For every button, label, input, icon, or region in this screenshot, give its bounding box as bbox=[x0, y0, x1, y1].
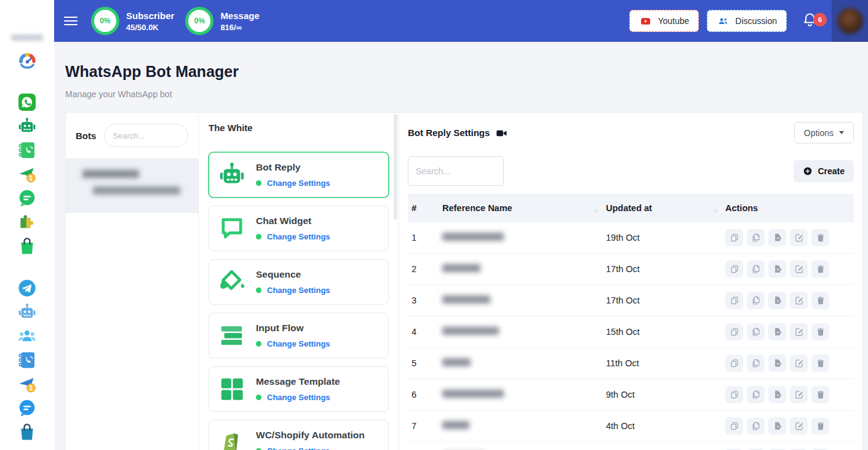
delete-icon bbox=[816, 327, 826, 337]
copy-icon bbox=[730, 358, 739, 368]
edit-button[interactable] bbox=[790, 260, 808, 278]
sidebar-item-whatsapp-integrations[interactable] bbox=[17, 212, 37, 232]
duplicate-button[interactable] bbox=[747, 229, 765, 246]
export-button[interactable] bbox=[768, 386, 786, 403]
edit-button[interactable] bbox=[790, 386, 808, 403]
sidebar-item-telegram[interactable] bbox=[17, 278, 37, 298]
reply-search-input[interactable] bbox=[408, 156, 504, 186]
chat-icon bbox=[17, 398, 37, 418]
setting-card-message-template[interactable]: Message Template Change Settings bbox=[209, 366, 389, 412]
duplicate-button[interactable] bbox=[747, 260, 765, 278]
copy-button[interactable] bbox=[725, 229, 743, 246]
panel-scrollbar[interactable] bbox=[394, 114, 397, 220]
duplicate-button[interactable] bbox=[747, 292, 765, 309]
sidebar-item-telegram-chat[interactable] bbox=[17, 398, 37, 418]
bot-phone-redacted bbox=[93, 187, 180, 195]
setting-card-bot-reply[interactable]: Bot Reply Change Settings bbox=[209, 152, 389, 198]
copy-button[interactable] bbox=[725, 292, 743, 309]
copy-button[interactable] bbox=[725, 323, 743, 340]
bot-settings-panel: The White Bot Reply Change Settings Chat… bbox=[199, 113, 399, 450]
bot-name-redacted bbox=[82, 170, 139, 178]
sidebar-item-telegram-bot[interactable] bbox=[17, 302, 37, 322]
row-actions bbox=[725, 323, 854, 340]
bots-search-input[interactable] bbox=[104, 124, 188, 147]
copy-button[interactable] bbox=[725, 417, 743, 435]
duplicate-button[interactable] bbox=[747, 323, 765, 340]
subscriber-progress-ring: 0% bbox=[91, 7, 119, 35]
copy-button[interactable] bbox=[725, 260, 743, 278]
copy-button[interactable] bbox=[725, 386, 743, 403]
edit-button[interactable] bbox=[790, 292, 808, 309]
export-button[interactable] bbox=[768, 417, 786, 435]
setting-card-chat-widget[interactable]: Chat Widget Change Settings bbox=[209, 206, 389, 251]
sidebar-item-telegram-broadcast[interactable] bbox=[17, 374, 37, 394]
change-settings-link[interactable]: Change Settings bbox=[267, 339, 330, 348]
subscriber-stat: 0% Subscriber 45/50.0K bbox=[91, 7, 174, 35]
hamburger-menu-icon[interactable] bbox=[64, 14, 78, 28]
table-row: 3 17th Oct bbox=[408, 285, 854, 316]
bag-icon bbox=[17, 422, 37, 442]
create-button[interactable]: Create bbox=[794, 160, 854, 182]
sidebar-item-telegram-contacts[interactable] bbox=[17, 350, 37, 370]
row-actions bbox=[725, 260, 854, 278]
duplicate-button[interactable] bbox=[747, 386, 765, 403]
video-tutorial-icon[interactable] bbox=[496, 127, 508, 139]
delete-button[interactable] bbox=[811, 355, 829, 372]
export-icon bbox=[773, 390, 782, 400]
delete-button[interactable] bbox=[811, 417, 829, 435]
export-button[interactable] bbox=[768, 260, 786, 278]
updated-at: 19th Oct bbox=[606, 233, 725, 243]
delete-button[interactable] bbox=[811, 260, 829, 278]
edit-button[interactable] bbox=[790, 355, 808, 372]
duplicate-button[interactable] bbox=[747, 417, 765, 435]
sidebar-item-whatsapp-store[interactable] bbox=[17, 236, 37, 256]
row-number: 3 bbox=[412, 295, 442, 305]
notification-bell-icon[interactable]: 6 bbox=[802, 12, 818, 30]
sort-icon[interactable]: ↑↓ bbox=[594, 207, 597, 214]
change-settings-link[interactable]: Change Settings bbox=[267, 286, 330, 295]
options-button[interactable]: Options bbox=[794, 122, 854, 143]
contacts-icon bbox=[17, 140, 37, 160]
sort-icon[interactable]: ↑↓ bbox=[713, 207, 717, 214]
setting-card-sequence[interactable]: Sequence Change Settings bbox=[209, 259, 389, 305]
delete-button[interactable] bbox=[811, 229, 829, 246]
subscriber-percent: 0% bbox=[100, 17, 110, 25]
discussion-button[interactable]: Discussion bbox=[707, 10, 787, 32]
subscriber-label: Subscriber bbox=[126, 10, 174, 21]
row-number: 2 bbox=[412, 264, 442, 274]
users-icon bbox=[17, 326, 37, 346]
edit-button[interactable] bbox=[790, 229, 808, 246]
sidebar-item-dashboard[interactable] bbox=[17, 50, 37, 70]
setting-card-input-flow[interactable]: Input Flow Change Settings bbox=[209, 313, 389, 358]
edit-button[interactable] bbox=[790, 323, 808, 340]
export-button[interactable] bbox=[768, 229, 786, 246]
change-settings-link[interactable]: Change Settings bbox=[267, 179, 330, 188]
export-button[interactable] bbox=[768, 355, 786, 372]
sidebar-item-telegram-store[interactable] bbox=[17, 422, 37, 442]
sidebar-item-whatsapp-contacts[interactable] bbox=[17, 140, 37, 160]
export-button[interactable] bbox=[768, 292, 786, 309]
export-button[interactable] bbox=[768, 323, 786, 340]
delete-button[interactable] bbox=[811, 323, 829, 340]
delete-button[interactable] bbox=[811, 292, 829, 309]
input-flow-icon bbox=[217, 321, 247, 350]
copy-button[interactable] bbox=[725, 355, 743, 372]
delete-icon bbox=[816, 390, 826, 400]
sidebar-item-whatsapp-bot[interactable] bbox=[17, 116, 37, 136]
bot-reply-settings-panel: Bot Reply Settings Options Create bbox=[399, 113, 862, 450]
bot-list-item-selected[interactable] bbox=[66, 158, 198, 213]
sidebar-item-whatsapp[interactable] bbox=[17, 92, 37, 112]
setting-card-wc-shopify-automation[interactable]: WC/Shopify Automation Change Settings bbox=[209, 420, 389, 450]
delete-button[interactable] bbox=[811, 386, 829, 403]
user-menu[interactable] bbox=[832, 0, 868, 42]
edit-button[interactable] bbox=[790, 417, 808, 435]
sidebar-item-whatsapp-broadcast[interactable] bbox=[17, 164, 37, 184]
duplicate-button[interactable] bbox=[747, 355, 765, 372]
sidebar-item-whatsapp-chat[interactable] bbox=[17, 188, 37, 208]
change-settings-link[interactable]: Change Settings bbox=[267, 393, 330, 402]
sidebar-item-telegram-groups[interactable] bbox=[17, 326, 37, 346]
youtube-button[interactable]: Youtube bbox=[629, 10, 699, 32]
change-settings-link[interactable]: Change Settings bbox=[267, 446, 330, 450]
export-icon bbox=[773, 295, 782, 305]
change-settings-link[interactable]: Change Settings bbox=[267, 232, 330, 241]
